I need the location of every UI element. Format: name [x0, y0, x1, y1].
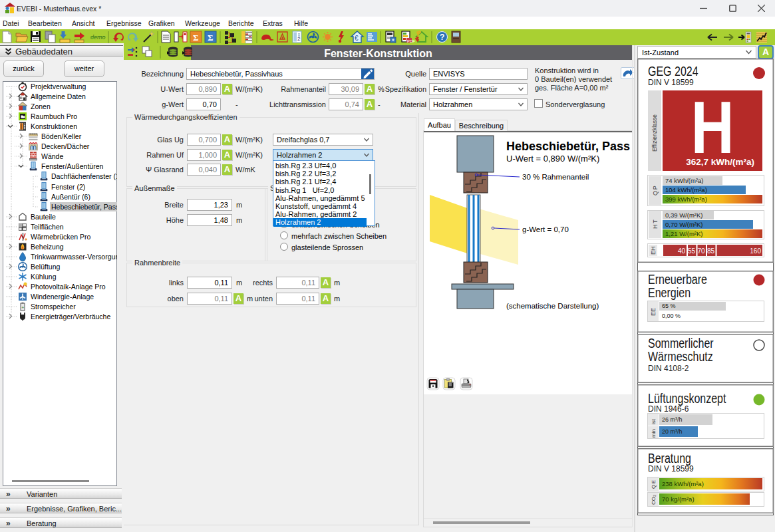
svg-text:65 %: 65 % [662, 303, 676, 309]
svg-text:26 m³/h: 26 m³/h [662, 416, 683, 423]
svg-text:Σ: Σ [208, 33, 214, 43]
svg-text:PDF: PDF [407, 39, 415, 43]
svg-text:Energieträger/Verbräuche: Energieträger/Verbräuche [31, 313, 110, 321]
svg-text:CO₂: CO₂ [651, 495, 657, 505]
svg-text:Stromspeicher: Stromspeicher [31, 303, 76, 311]
svg-text:Allgemeine Daten: Allgemeine Daten [31, 92, 86, 100]
svg-text:55: 55 [688, 247, 696, 255]
svg-text:Hebeschiebetür, Passiv: Hebeschiebetür, Passiv [51, 203, 117, 211]
svg-text:Außentür (6): Außentür (6) [51, 193, 90, 201]
svg-text:GEG 2024: GEG 2024 [648, 64, 698, 78]
svg-text:30 % Rahmenanteil: 30 % Rahmenanteil [522, 173, 589, 181]
svg-text:U-Wert = 0,890 W/(m²K): U-Wert = 0,890 W/(m²K) [506, 154, 599, 164]
svg-text:Erneuerbare: Erneuerbare [648, 272, 707, 287]
svg-text:Trinkwarmwasser-Versorgung: Trinkwarmwasser-Versorgung [31, 253, 117, 261]
svg-text:74 kWh/(m²a): 74 kWh/(m²a) [665, 177, 704, 184]
svg-text:238 kWh/(m²a): 238 kWh/(m²a) [662, 480, 704, 487]
svg-text:1,21 W/(m²K): 1,21 W/(m²K) [665, 230, 702, 237]
svg-text:Fenster (2): Fenster (2) [51, 183, 85, 191]
svg-text:Böden/Keller: Böden/Keller [41, 132, 82, 140]
svg-text:Wärmeschutz: Wärmeschutz [648, 349, 713, 364]
svg-text:2: 2 [297, 36, 301, 42]
svg-text:Photovoltaik-Anlage Pro: Photovoltaik-Anlage Pro [31, 283, 106, 291]
svg-text:Q E: Q E [651, 480, 657, 489]
svg-text:DIN 4108-2: DIN 4108-2 [648, 364, 689, 373]
svg-text:Σ: Σ [193, 33, 199, 43]
svg-text:399 kWh/(m²a): 399 kWh/(m²a) [665, 196, 707, 203]
svg-text:Q P: Q P [652, 186, 659, 196]
svg-text:40: 40 [678, 247, 686, 255]
svg-text:EH: EH [650, 246, 657, 255]
svg-text:?: ? [440, 33, 444, 42]
svg-text:0,00 %: 0,00 % [662, 313, 681, 319]
svg-text:Beheizung: Beheizung [31, 243, 64, 251]
svg-text:Energien: Energien [648, 285, 691, 300]
svg-text:Effizienzklasse: Effizienzklasse [651, 114, 658, 152]
svg-text:85: 85 [707, 247, 715, 255]
svg-text:Zonen: Zonen [31, 102, 51, 110]
svg-text:demo: demo [90, 34, 106, 41]
svg-text:0,39 W/(m²K): 0,39 W/(m²K) [665, 211, 702, 219]
svg-text:Kühlung: Kühlung [31, 273, 57, 281]
svg-text:Belüftung: Belüftung [31, 263, 61, 271]
svg-text:DIN 1946-6: DIN 1946-6 [648, 404, 689, 414]
svg-text:DIN V 18599: DIN V 18599 [648, 464, 694, 473]
svg-text:362,7 kWh/(m²a): 362,7 kWh/(m²a) [686, 157, 754, 167]
svg-text:160: 160 [750, 247, 761, 255]
svg-text:Konstruktionen: Konstruktionen [31, 122, 77, 130]
svg-text:Bauteile: Bauteile [31, 213, 56, 221]
svg-text:g-Wert = 0,70: g-Wert = 0,70 [522, 225, 569, 233]
svg-text:70: 70 [697, 247, 705, 255]
svg-text:0,70 W/(m²K): 0,70 W/(m²K) [665, 221, 702, 228]
svg-text:Teilflächen: Teilflächen [31, 223, 64, 231]
svg-text:20 m³/h: 20 m³/h [662, 428, 683, 435]
svg-text:H: H [691, 85, 734, 168]
svg-text:Fenster/Außentüren: Fenster/Außentüren [41, 162, 104, 170]
svg-text:+: + [21, 305, 24, 310]
svg-text:104 kWh/(m²a): 104 kWh/(m²a) [665, 186, 707, 194]
svg-text:Sommerlicher: Sommerlicher [648, 336, 714, 350]
svg-text:Hebeschiebetür, Pass: Hebeschiebetür, Pass [506, 140, 630, 153]
svg-text:Raumbuch Pro: Raumbuch Pro [31, 112, 77, 120]
svg-text:€: € [355, 35, 359, 42]
svg-text:ist: ist [651, 418, 657, 424]
svg-text:EE: EE [650, 308, 657, 316]
svg-text:Windenergie-Anlage: Windenergie-Anlage [31, 293, 94, 301]
svg-text:min: min [651, 429, 657, 438]
svg-text:Projektverwaltung: Projektverwaltung [31, 82, 86, 90]
svg-text:DIN V 18599: DIN V 18599 [648, 78, 694, 87]
svg-text:Wände: Wände [41, 152, 63, 160]
svg-text:Dachflächenfenster (1): Dachflächenfenster (1) [51, 172, 117, 180]
svg-text:(schematische Darstellung): (schematische Darstellung) [506, 302, 599, 310]
svg-text:Decken/Dächer: Decken/Dächer [41, 142, 90, 150]
svg-text:70 kg/(m²a): 70 kg/(m²a) [662, 495, 695, 503]
svg-text:Wärmebrücken Pro: Wärmebrücken Pro [31, 233, 91, 241]
svg-text:H T: H T [652, 219, 659, 229]
